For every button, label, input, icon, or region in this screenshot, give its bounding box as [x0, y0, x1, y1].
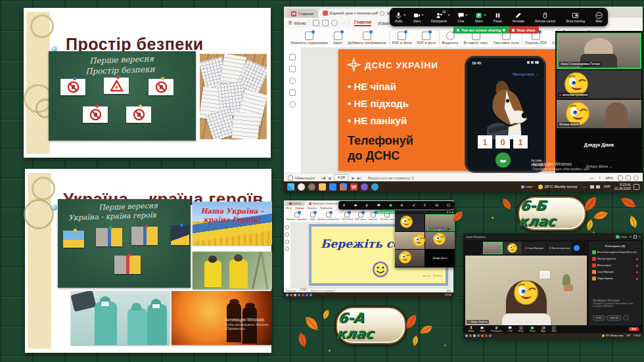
fit-page-icon[interactable]	[626, 175, 631, 181]
more-button[interactable]: More	[552, 326, 557, 332]
pencil-icon[interactable]	[412, 204, 415, 207]
video-tile-host[interactable]: Анна Олександрівна Петрик	[557, 33, 641, 69]
save-icon[interactable]	[322, 20, 329, 26]
participant-row[interactable]: Мілана мирта	[592, 263, 638, 267]
film-tile[interactable]: Максим тараненко	[547, 242, 572, 254]
office-icon[interactable]	[340, 183, 347, 191]
stamp-icon[interactable]	[289, 89, 296, 96]
zoom-remote-control-button[interactable]: Remote control	[535, 12, 555, 23]
call-button[interactable]	[495, 152, 511, 168]
caret-down-icon[interactable]	[421, 14, 424, 17]
share-screen-icon[interactable]	[389, 204, 392, 207]
telegram-icon[interactable]	[489, 334, 492, 337]
participants-icon[interactable]	[365, 204, 369, 207]
zoom-video-button[interactable]: Video	[413, 12, 421, 23]
ribbon-item[interactable]: Изменить содержимое	[287, 212, 308, 221]
start-button-icon[interactable]	[286, 294, 288, 296]
start-button-icon[interactable]	[287, 183, 294, 191]
film-tile-host[interactable]	[483, 242, 503, 254]
zoom-app-icon[interactable]	[477, 334, 480, 337]
wps-icon[interactable]: W	[350, 183, 357, 191]
zoom-annotate-button[interactable]: Annotate	[513, 12, 524, 23]
participant-row[interactable]: Максим тараненко	[592, 257, 638, 261]
language-indicator[interactable]: УКР	[604, 185, 610, 189]
ribbon-item[interactable]: Добавить изображение	[318, 212, 340, 221]
video-tile-4-camera-off[interactable]: Дзядук Діана	[557, 129, 641, 160]
last-page-icon[interactable]: ▶|	[357, 175, 361, 180]
ribbon-item[interactable]: Карет	[310, 212, 315, 221]
caret-down-icon[interactable]	[465, 14, 468, 17]
wps-icon[interactable]	[302, 294, 304, 296]
ribbon-add-image[interactable]: Добавить изображение	[348, 32, 386, 45]
back-to-page-link[interactable]: Вернуться на страницу 3	[311, 290, 335, 292]
open-icon[interactable]	[313, 20, 319, 26]
fit-width-icon[interactable]	[618, 175, 623, 181]
telegram-icon[interactable]	[310, 294, 312, 296]
mute-all-button[interactable]: mute all	[607, 315, 621, 321]
zoom-more-button[interactable]: More	[595, 12, 603, 23]
viber-icon[interactable]	[306, 294, 308, 296]
ribbon-pdf-to-photo[interactable]: PDF в фото	[417, 32, 436, 45]
tab-document[interactable]: Єдиний урок з безпеки.pdf	[305, 201, 342, 206]
participant-row[interactable]: Анна Олександрівна Петрик (Host, me)	[592, 250, 638, 254]
comment-icon[interactable]	[285, 233, 289, 237]
caret-down-icon[interactable]	[484, 14, 486, 17]
wps-icon[interactable]	[485, 334, 488, 337]
maximize-icon[interactable]	[449, 212, 451, 213]
audio-button[interactable]: Audio	[469, 326, 474, 332]
file-explorer-icon[interactable]	[473, 334, 476, 337]
pause-icon[interactable]	[400, 204, 403, 207]
video-button[interactable]: Video	[480, 326, 485, 332]
video-tile-3[interactable]: Мілана мирта	[557, 100, 641, 128]
network-icon[interactable]	[590, 185, 594, 189]
menu-button[interactable]: Меню	[286, 207, 292, 210]
caret-down-icon[interactable]	[403, 14, 406, 17]
pin-tab-icon[interactable]	[380, 11, 384, 16]
ribbon-item[interactable]: PDF в фото	[356, 212, 366, 221]
next-page-icon[interactable]: ▶	[352, 175, 355, 180]
taskbar-weather[interactable]: 29°C Mostly sunny	[538, 185, 578, 189]
bookmark-icon[interactable]	[285, 225, 289, 229]
zoom-level[interactable]: 48%	[447, 290, 451, 292]
chrome-icon[interactable]	[308, 183, 315, 191]
office-icon[interactable]	[481, 334, 484, 337]
zoom-level[interactable]: 48%	[605, 176, 613, 180]
taskbar-user[interactable]: user	[521, 185, 533, 189]
zoom-in-icon[interactable]: ＋	[597, 175, 602, 181]
nav-panel-icon[interactable]	[288, 175, 293, 181]
video-tile-2[interactable]: ангеліна чуломіна	[557, 70, 641, 99]
zoom-app-icon[interactable]	[298, 294, 300, 296]
menu-tab-edit[interactable]: Изменить	[308, 207, 317, 210]
film-tile[interactable]: Саша Марчадзе	[522, 242, 547, 254]
print-icon[interactable]	[331, 20, 338, 26]
menu-tab-home[interactable]: Главная	[354, 20, 371, 26]
settings-icon[interactable]	[289, 101, 296, 108]
viber-icon[interactable]	[361, 183, 368, 191]
apps-button[interactable]: Apps	[541, 326, 546, 332]
mouse-icon[interactable]	[423, 204, 426, 207]
attachment-icon[interactable]	[285, 240, 289, 244]
zoom-share-button[interactable]: Share	[475, 12, 483, 23]
zoom-app-icon[interactable]	[329, 183, 336, 191]
ribbon-edit-content[interactable]: Изменить содержимое	[290, 32, 328, 45]
prev-page-icon[interactable]: ◀	[328, 175, 331, 180]
menu-tab-comment[interactable]: Примечание	[320, 207, 332, 210]
notification-icon[interactable]	[633, 184, 639, 190]
zoom-show-meeting-button[interactable]: Show meeting	[566, 12, 585, 23]
mic-icon[interactable]	[342, 204, 346, 207]
zoom-gallery-window[interactable]: Анна Олександрівна Пет... Дзядук Діана	[395, 210, 455, 267]
tab-document[interactable]: Єдиний урок з безпеки.pdf	[319, 9, 394, 18]
volume-icon[interactable]	[596, 185, 600, 189]
react-button[interactable]: React	[518, 326, 524, 332]
file-explorer-icon[interactable]	[319, 183, 326, 191]
clock[interactable]: 9:23:4101.09.2025	[614, 183, 631, 191]
ribbon-pdf-to-word[interactable]: PDF в Word	[392, 32, 411, 45]
telegram-icon[interactable]	[371, 183, 379, 191]
chat-icon[interactable]	[377, 204, 380, 207]
tray-chevron-icon[interactable]: ︿	[583, 184, 587, 190]
caret-down-icon[interactable]	[448, 14, 450, 17]
clock[interactable]: 9:23:41	[445, 294, 451, 296]
search-icon[interactable]	[298, 183, 305, 191]
ribbon-item[interactable]: PDF в Word	[342, 212, 352, 221]
stop-share-button[interactable]: Stop share	[509, 26, 538, 34]
